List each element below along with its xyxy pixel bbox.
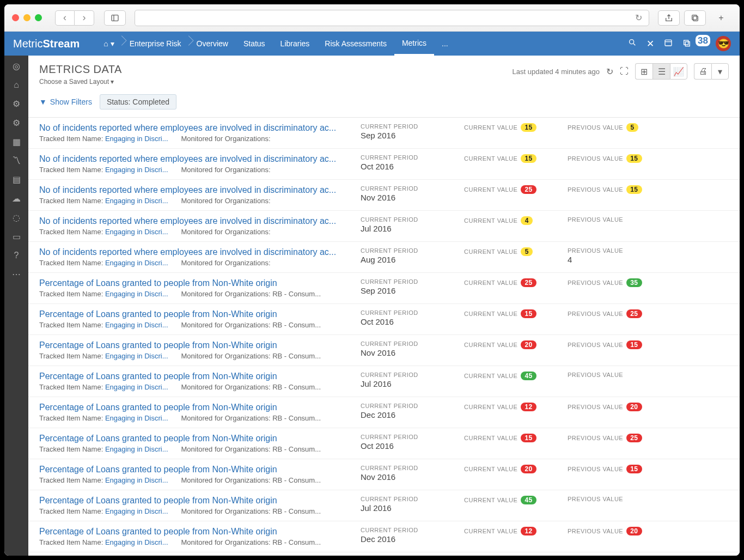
tracked-item-link[interactable]: Engaging in Discri... <box>105 166 168 174</box>
fullscreen-icon[interactable]: ⛶ <box>620 66 629 76</box>
application: MetricStream ⌂ ▾ Enterprise Risk Overvie… <box>4 32 740 556</box>
metric-title-link[interactable]: Percentage of Loans granted to people fr… <box>39 278 350 288</box>
current-period-label: CURRENT PERIOD <box>361 434 453 440</box>
app-logo[interactable]: MetricStream <box>13 38 80 50</box>
print-button[interactable]: 🖨 <box>694 63 711 80</box>
sidebar-chart-icon[interactable]: 〽 <box>12 156 21 166</box>
metric-title-link[interactable]: No of incidents reported where employees… <box>39 216 350 226</box>
metric-row: Percentage of Loans granted to people fr… <box>28 273 740 304</box>
sidebar-dashboard-icon[interactable]: ◎ <box>13 61 20 71</box>
tracked-item-link[interactable]: Engaging in Discri... <box>105 507 168 515</box>
tracked-item-label: Tracked Item Name: Engaging in Discri... <box>39 166 168 174</box>
current-period-label: CURRENT PERIOD <box>361 185 453 192</box>
tracked-item-link[interactable]: Engaging in Discri... <box>105 445 168 453</box>
tracked-item-link[interactable]: Engaging in Discri... <box>105 259 168 267</box>
forward-button[interactable]: › <box>75 10 94 26</box>
back-button[interactable]: ‹ <box>55 10 75 26</box>
current-value-label: CURRENT VALUE 45 <box>464 372 557 380</box>
sidebar-card-icon[interactable]: ▭ <box>13 232 21 242</box>
metric-title-link[interactable]: Percentage of Loans granted to people fr… <box>39 372 350 381</box>
tools-icon[interactable]: ✕ <box>647 38 654 50</box>
saved-layout-dropdown[interactable]: Choose a Saved Layout ▾ <box>39 78 122 86</box>
nav-overview[interactable]: Overview <box>189 32 236 56</box>
metric-title-link[interactable]: Percentage of Loans granted to people fr… <box>39 403 350 412</box>
current-value-label: CURRENT VALUE 15 <box>464 309 557 318</box>
browser-titlebar: ‹ › ↻ + <box>4 4 740 32</box>
metric-title-link[interactable]: Percentage of Loans granted to people fr… <box>39 434 350 443</box>
sidebar-help-icon[interactable]: ? <box>14 251 19 260</box>
current-period-value: Oct 2016 <box>361 317 453 326</box>
sidebar-toggle-button[interactable] <box>104 10 126 26</box>
nav-enterprise-risk[interactable]: Enterprise Risk <box>122 32 189 56</box>
sidebar-more-icon[interactable]: ⋯ <box>12 269 21 279</box>
svg-line-5 <box>633 44 635 45</box>
notifications-icon[interactable]: 38 <box>682 38 706 50</box>
metric-title-link[interactable]: Percentage of Loans granted to people fr… <box>39 496 350 506</box>
current-value-label: CURRENT VALUE 25 <box>464 278 557 287</box>
nav-metrics[interactable]: Metrics <box>394 32 434 56</box>
current-period-value: Nov 2016 <box>361 348 453 357</box>
tracked-item-label: Tracked Item Name: Engaging in Discri... <box>39 414 168 422</box>
tracked-item-label: Tracked Item Name: Engaging in Discri... <box>39 135 168 143</box>
current-period-value: Nov 2016 <box>361 193 453 202</box>
search-icon[interactable] <box>628 38 637 50</box>
show-filters-link[interactable]: ▼Show Filters <box>39 98 92 106</box>
refresh-icon[interactable]: ↻ <box>606 66 613 77</box>
tracked-item-link[interactable]: Engaging in Discri... <box>105 538 168 546</box>
tracked-item-link[interactable]: Engaging in Discri... <box>105 228 168 236</box>
tracked-item-link[interactable]: Engaging in Discri... <box>105 290 168 298</box>
metric-title-link[interactable]: No of incidents reported where employees… <box>39 247 350 257</box>
sidebar-gear-icon[interactable]: ⚙ <box>13 99 20 109</box>
metric-title-link[interactable]: Percentage of Loans granted to people fr… <box>39 465 350 474</box>
chart-view-button[interactable]: 📈 <box>670 63 687 80</box>
metrics-list[interactable]: No of incidents reported where employees… <box>28 117 740 556</box>
reload-icon[interactable]: ↻ <box>635 13 642 23</box>
metric-title-link[interactable]: Percentage of Loans granted to people fr… <box>39 309 350 319</box>
calendar-icon[interactable] <box>664 38 673 50</box>
traffic-lights <box>12 14 42 21</box>
tracked-item-link[interactable]: Engaging in Discri... <box>105 476 168 484</box>
metric-title-link[interactable]: No of incidents reported where employees… <box>39 154 350 164</box>
maximize-window-icon[interactable] <box>35 14 42 21</box>
nav-libraries[interactable]: Libraries <box>273 32 318 56</box>
tracked-item-link[interactable]: Engaging in Discri... <box>105 321 168 329</box>
metric-row: No of incidents reported where employees… <box>28 211 740 242</box>
sidebar-home-icon[interactable]: ⌂ <box>14 80 19 90</box>
filter-tag-status[interactable]: Status: Completed <box>100 94 176 109</box>
current-value-label: CURRENT VALUE 25 <box>464 185 557 194</box>
sidebar-gear2-icon[interactable]: ⚙ <box>13 118 20 128</box>
previous-value-label: PREVIOUS VALUE <box>568 216 660 223</box>
share-button[interactable] <box>658 10 680 26</box>
nav-home[interactable]: ⌂ ▾ <box>96 32 121 56</box>
svg-rect-9 <box>685 41 690 46</box>
tracked-item-link[interactable]: Engaging in Discri... <box>105 414 168 422</box>
grid-view-button[interactable]: ⊞ <box>635 63 652 80</box>
sidebar-process-icon[interactable]: ◌ <box>13 212 20 223</box>
sidebar-table-icon[interactable]: ▤ <box>13 174 21 185</box>
new-tab-button[interactable]: + <box>710 10 732 26</box>
nav-risk-assessments[interactable]: Risk Assessments <box>317 32 394 56</box>
tracked-item-label: Tracked Item Name: Engaging in Discri... <box>39 259 168 267</box>
content-panel: METRICS DATA Choose a Saved Layout ▾ Las… <box>28 56 740 556</box>
nav-status[interactable]: Status <box>236 32 273 56</box>
url-bar[interactable]: ↻ <box>135 10 649 26</box>
current-value-pill: 15 <box>521 309 536 318</box>
minimize-window-icon[interactable] <box>23 14 31 21</box>
metric-title-link[interactable]: No of incidents reported where employees… <box>39 123 350 133</box>
tracked-item-link[interactable]: Engaging in Discri... <box>105 197 168 205</box>
tabs-button[interactable] <box>684 10 706 26</box>
metric-title-link[interactable]: Percentage of Loans granted to people fr… <box>39 527 350 537</box>
sidebar-report-icon[interactable]: ▦ <box>13 137 21 147</box>
tracked-item-link[interactable]: Engaging in Discri... <box>105 383 168 391</box>
user-avatar[interactable]: 😎 <box>716 36 731 51</box>
previous-value-label: PREVIOUS VALUE 25 <box>568 434 660 442</box>
tracked-item-link[interactable]: Engaging in Discri... <box>105 352 168 360</box>
close-window-icon[interactable] <box>12 14 19 21</box>
sidebar-cloud-icon[interactable]: ☁ <box>12 193 21 204</box>
print-dropdown[interactable]: ▾ <box>711 63 729 80</box>
list-view-button[interactable]: ☰ <box>652 63 670 80</box>
metric-title-link[interactable]: No of incidents reported where employees… <box>39 185 350 195</box>
nav-more[interactable]: ... <box>434 32 456 56</box>
tracked-item-link[interactable]: Engaging in Discri... <box>105 135 168 143</box>
metric-title-link[interactable]: Percentage of Loans granted to people fr… <box>39 340 350 350</box>
